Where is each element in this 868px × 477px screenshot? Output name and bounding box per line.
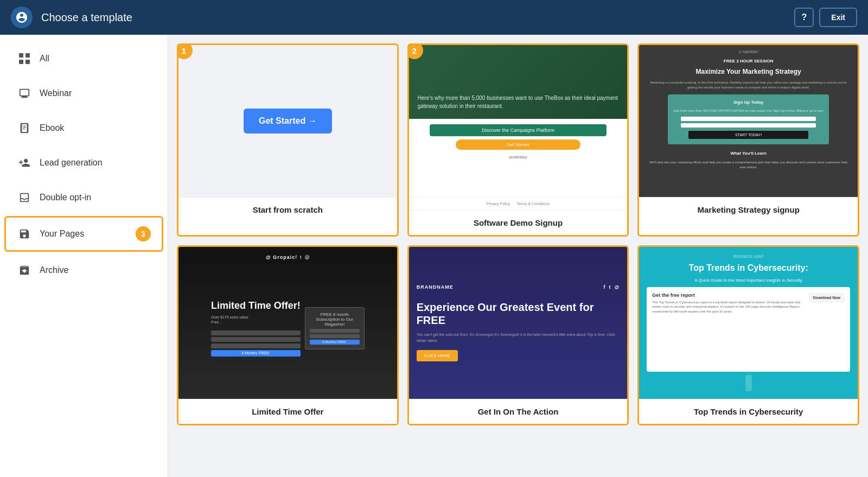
monitor-icon	[17, 87, 32, 99]
sidebar-item-all[interactable]: All	[4, 42, 163, 75]
sidebar-label-lead-generation: Lead generation	[40, 158, 103, 168]
help-button[interactable]: ?	[794, 8, 814, 27]
svg-rect-5	[23, 127, 26, 128]
scratch-thumbnail: Get Started →	[178, 45, 397, 197]
marketing-thumbnail: ⊙ NAVWAY FREE 2 HOUR SESSION Maximize Yo…	[639, 45, 858, 197]
header-right: ? Exit	[794, 8, 857, 27]
template-grid-container: 1 Get Started → Start from scratch 2 Her…	[168, 35, 868, 477]
sidebar-label-archive: Archive	[40, 265, 68, 275]
main-layout: All Webinar Ebook	[0, 35, 868, 477]
header: Choose a template ? Exit	[0, 0, 868, 35]
svg-rect-0	[19, 53, 23, 58]
svg-rect-4	[23, 125, 26, 126]
page-title: Choose a template	[41, 11, 132, 24]
template-card-software-demo[interactable]: 2 Here's why more than 5,000 businesses …	[407, 43, 629, 237]
svg-rect-6	[23, 129, 25, 129]
event-label: Get In On The Action	[409, 399, 628, 424]
sidebar-label-all: All	[40, 54, 49, 63]
template-card-limited-offer[interactable]: @ Gropaic f t @ Limited Time Offer! Over…	[177, 245, 399, 425]
svg-rect-1	[25, 53, 30, 58]
exit-button[interactable]: Exit	[819, 8, 857, 27]
your-pages-badge: 3	[136, 226, 151, 241]
sidebar-label-ebook: Ebook	[40, 123, 64, 133]
marketing-label: Marketing Strategy signup	[639, 197, 858, 222]
template-card-cybersecurity[interactable]: BUSINESS LEAD Top Trends in Cybersecurit…	[637, 245, 859, 425]
book-icon	[17, 122, 32, 134]
get-started-button[interactable]: Get Started →	[244, 109, 332, 133]
grid-icon	[17, 53, 32, 65]
template-card-event[interactable]: BRANDNAME ft@ Experience Our Greatest Ev…	[407, 245, 629, 425]
sidebar-item-webinar[interactable]: Webinar	[4, 77, 163, 110]
archive-icon	[17, 264, 32, 276]
template-grid: 1 Get Started → Start from scratch 2 Her…	[177, 43, 859, 425]
svg-rect-3	[25, 60, 30, 64]
sidebar-label-your-pages: Your Pages	[40, 229, 84, 239]
template-card-scratch[interactable]: 1 Get Started → Start from scratch	[177, 43, 399, 237]
sidebar-item-lead-generation[interactable]: Lead generation	[4, 147, 163, 179]
user-plus-icon	[17, 157, 32, 169]
cybersecurity-label: Top Trends in Cybersecurity	[639, 399, 858, 424]
limited-offer-thumbnail: @ Gropaic f t @ Limited Time Offer! Over…	[178, 247, 397, 399]
sidebar-label-webinar: Webinar	[40, 88, 72, 98]
template-card-marketing[interactable]: ⊙ NAVWAY FREE 2 HOUR SESSION Maximize Yo…	[637, 43, 859, 237]
scratch-label: Start from scratch	[178, 197, 397, 222]
sidebar-item-your-pages[interactable]: Your Pages 3	[4, 216, 163, 252]
header-left: Choose a template	[11, 7, 132, 28]
software-demo-label: Software Demo Signup	[409, 210, 628, 235]
sidebar-item-archive[interactable]: Archive	[4, 254, 163, 287]
inbox-icon	[17, 192, 32, 203]
save-icon	[17, 228, 32, 240]
event-thumbnail: BRANDNAME ft@ Experience Our Greatest Ev…	[409, 247, 628, 399]
software-demo-thumbnail: Here's why more than 5,000 businesses wa…	[409, 45, 628, 197]
sidebar: All Webinar Ebook	[0, 35, 168, 477]
svg-rect-2	[19, 60, 23, 64]
cybersecurity-thumbnail: BUSINESS LEAD Top Trends in Cybersecurit…	[639, 247, 858, 399]
sidebar-item-ebook[interactable]: Ebook	[4, 112, 163, 144]
sidebar-label-double-opt-in: Double opt-in	[40, 193, 91, 202]
limited-offer-label: Limited Time Offer	[178, 399, 397, 424]
sidebar-item-double-opt-in[interactable]: Double opt-in	[4, 181, 163, 214]
logo-icon	[11, 7, 33, 28]
